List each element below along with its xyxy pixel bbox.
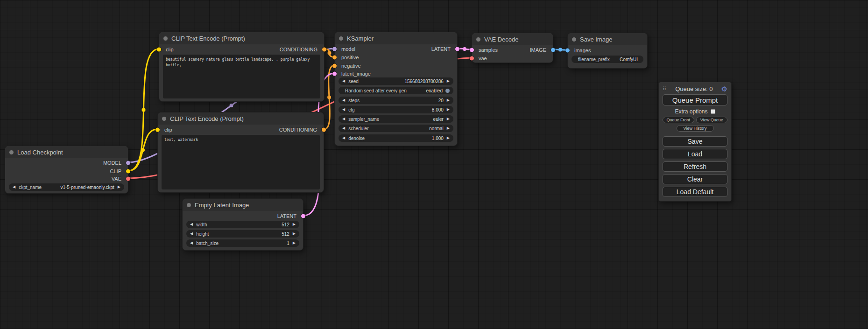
decrement-arrow-icon[interactable]: ◀	[342, 125, 345, 132]
input-slot-positive: positive	[335, 54, 359, 61]
slot-dot-clip[interactable]	[157, 48, 161, 52]
slot-dot-conditioning[interactable]	[322, 128, 326, 132]
decrement-arrow-icon[interactable]: ◀	[342, 77, 345, 85]
clear-button[interactable]: Clear	[663, 174, 727, 184]
widget-width[interactable]: ◀ width 512 ▶	[186, 221, 299, 228]
node-save-image[interactable]: Save Image images filename_prefix ComfyU…	[567, 33, 648, 69]
widget-denoise[interactable]: ◀ denoise 1.000 ▶	[339, 134, 453, 142]
node-titlebar[interactable]: Save Image	[568, 33, 647, 45]
node-titlebar[interactable]: KSampler	[335, 32, 457, 44]
increment-arrow-icon[interactable]: ▶	[293, 230, 296, 238]
collapse-dot-icon[interactable]	[162, 117, 166, 121]
increment-arrow-icon[interactable]: ▶	[447, 125, 450, 132]
increment-arrow-icon[interactable]: ▶	[447, 77, 450, 85]
link-midpoint-dot-model[interactable]	[230, 104, 233, 107]
slot-dot-model[interactable]	[332, 47, 337, 51]
slot-dot-conditioning[interactable]	[322, 48, 326, 52]
slot-dot-latent[interactable]	[455, 47, 459, 51]
slot-dot-latent[interactable]	[332, 72, 337, 76]
collapse-dot-icon[interactable]	[476, 37, 480, 42]
output-slot-label: VAE	[112, 176, 121, 182]
collapse-dot-icon[interactable]	[187, 203, 191, 207]
queue-front-button[interactable]: Queue Front	[663, 117, 694, 123]
view-queue-button[interactable]: View Queue	[696, 117, 728, 123]
widget-filename-prefix[interactable]: filename_prefix ComfyUI	[572, 56, 643, 63]
load-button[interactable]: Load	[663, 149, 727, 159]
node-ksampler[interactable]: KSampler model positive negative latent_…	[334, 32, 458, 146]
widget-scheduler[interactable]: ◀ scheduler normal ▶	[339, 125, 453, 132]
slot-dot-image[interactable]	[565, 49, 570, 53]
node-titlebar[interactable]: Empty Latent Image	[183, 199, 303, 211]
decrement-arrow-icon[interactable]: ◀	[13, 183, 15, 191]
link-midpoint-dot-image[interactable]	[558, 48, 562, 52]
input-slot-label: vae	[479, 56, 487, 61]
save-button[interactable]: Save	[663, 136, 727, 147]
increment-arrow-icon[interactable]: ▶	[447, 106, 450, 113]
link-midpoint-dot-latent-out[interactable]	[463, 47, 466, 51]
increment-arrow-icon[interactable]: ▶	[293, 221, 296, 228]
extra-options-checkbox[interactable]	[711, 109, 715, 114]
view-history-button[interactable]: View History	[677, 125, 714, 132]
slot-dot-vae[interactable]	[126, 177, 130, 181]
increment-arrow-icon[interactable]: ▶	[118, 183, 120, 191]
input-slot-clip: clip	[158, 126, 172, 133]
node-titlebar[interactable]: VAE Decode	[472, 33, 553, 45]
prompt-textarea[interactable]: text, watermark	[162, 135, 320, 189]
drag-handle-icon[interactable]: ⠿	[663, 86, 667, 92]
widget-name: steps	[348, 98, 360, 103]
collapse-dot-icon[interactable]	[163, 36, 168, 41]
load-default-button[interactable]: Load Default	[663, 187, 727, 197]
decrement-arrow-icon[interactable]: ◀	[342, 106, 345, 113]
widget-steps[interactable]: ◀ steps 20 ▶	[339, 97, 453, 104]
widget-height[interactable]: ◀ height 512 ▶	[186, 230, 299, 238]
slot-dot-latent[interactable]	[301, 214, 305, 218]
widget-name: ckpt_name	[19, 185, 42, 190]
widget-batch-size[interactable]: ◀ batch_size 1 ▶	[186, 239, 299, 247]
queue-prompt-button[interactable]: Queue Prompt	[663, 94, 727, 105]
widget-sampler-name[interactable]: ◀ sampler_name euler ▶	[339, 115, 453, 123]
settings-gear-icon[interactable]: ⚙	[721, 85, 727, 92]
node-clip-text-encode-positive[interactable]: CLIP Text Encode (Prompt) clip CONDITION…	[159, 32, 325, 102]
increment-arrow-icon[interactable]: ▶	[447, 134, 450, 142]
refresh-button[interactable]: Refresh	[663, 161, 727, 172]
toggle-dot-icon[interactable]	[445, 89, 450, 93]
widget-random-seed-toggle[interactable]: Random seed after every gen enabled	[339, 87, 453, 94]
slot-dot-image[interactable]	[551, 48, 555, 52]
menu-header: ⠿ Queue size: 0 ⚙	[663, 85, 727, 92]
decrement-arrow-icon[interactable]: ◀	[342, 134, 345, 142]
widget-ckpt-name[interactable]: ◀ ckpt_name v1-5-pruned-emaonly.ckpt ▶	[9, 183, 124, 191]
decrement-arrow-icon[interactable]: ◀	[342, 97, 345, 104]
slot-dot-conditioning[interactable]	[332, 56, 337, 60]
slot-dot-vae[interactable]	[470, 56, 474, 61]
node-load-checkpoint[interactable]: Load Checkpoint MODEL CLIP VAE ◀ ckpt_na…	[5, 146, 128, 194]
link-midpoint-dot-clip-negative[interactable]	[141, 148, 145, 152]
collapse-dot-icon[interactable]	[572, 37, 576, 42]
link-midpoint-dot-conditioning-negative[interactable]	[327, 96, 331, 99]
link-midpoint-dot-clip-positive[interactable]	[142, 108, 146, 112]
slot-dot-model[interactable]	[126, 161, 130, 165]
collapse-dot-icon[interactable]	[9, 150, 14, 154]
decrement-arrow-icon[interactable]: ◀	[342, 115, 345, 123]
link-midpoint-dot-conditioning-positive[interactable]	[328, 51, 332, 55]
graph-canvas[interactable]: Load Checkpoint MODEL CLIP VAE ◀ ckpt_na…	[0, 0, 868, 329]
decrement-arrow-icon[interactable]: ◀	[190, 221, 193, 228]
node-clip-text-encode-negative[interactable]: CLIP Text Encode (Prompt) clip CONDITION…	[157, 112, 324, 193]
slot-dot-latent[interactable]	[470, 48, 474, 52]
decrement-arrow-icon[interactable]: ◀	[190, 239, 193, 247]
widget-cfg[interactable]: ◀ cfg 8.000 ▶	[339, 106, 453, 113]
increment-arrow-icon[interactable]: ▶	[447, 115, 450, 123]
node-vae-decode[interactable]: VAE Decode samples vae IMAGE	[472, 33, 553, 63]
collapse-dot-icon[interactable]	[339, 36, 343, 41]
slot-dot-clip[interactable]	[155, 128, 160, 132]
increment-arrow-icon[interactable]: ▶	[293, 239, 296, 247]
decrement-arrow-icon[interactable]: ◀	[190, 230, 193, 238]
slot-dot-conditioning[interactable]	[332, 64, 337, 68]
prompt-textarea[interactable]: beautiful scenery nature glass bottle la…	[163, 55, 320, 98]
widget-seed[interactable]: ◀ seed 156680208700286 ▶	[339, 77, 453, 85]
increment-arrow-icon[interactable]: ▶	[447, 97, 450, 104]
node-empty-latent-image[interactable]: Empty Latent Image LATENT ◀ width 512 ▶ …	[182, 198, 303, 251]
node-titlebar[interactable]: CLIP Text Encode (Prompt)	[159, 32, 324, 44]
node-titlebar[interactable]: Load Checkpoint	[5, 146, 128, 158]
slot-dot-clip[interactable]	[126, 169, 130, 174]
node-titlebar[interactable]: CLIP Text Encode (Prompt)	[158, 112, 324, 125]
